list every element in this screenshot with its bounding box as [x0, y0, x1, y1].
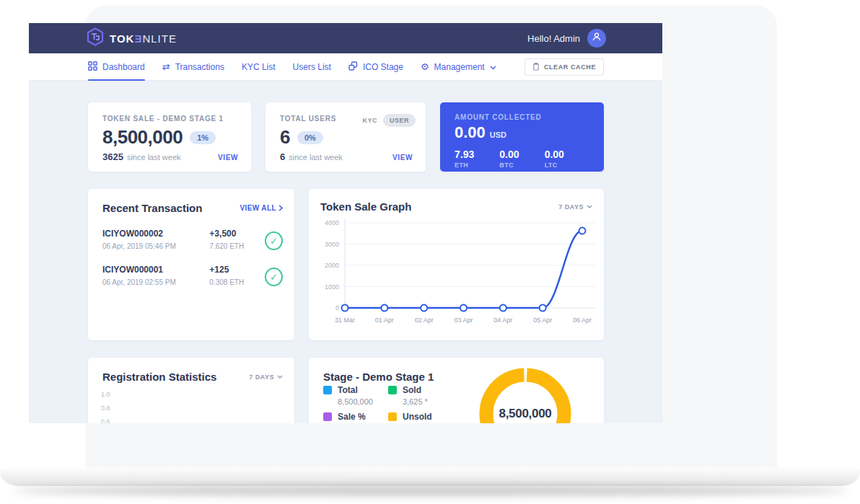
nav-label: Transactions: [175, 62, 224, 72]
trash-icon: [532, 62, 540, 72]
toggle-user[interactable]: USER: [383, 114, 416, 127]
legend-item-unsold: Unsold: [388, 412, 457, 422]
top-navbar: TOKƎNLITE Hello! Admin: [29, 23, 662, 53]
view-link[interactable]: VIEW: [392, 154, 413, 162]
period-dropdown[interactable]: 7 DAYS: [249, 373, 283, 381]
token-sale-graph-card: Token Sale Graph 7 DAYS 0100020003000400…: [309, 189, 604, 340]
period-label: 7 DAYS: [249, 373, 274, 381]
chevron-right-icon: [278, 205, 283, 211]
card-title: TOKEN SALE - DEMO STAGE 1: [102, 115, 237, 123]
kyc-user-toggle: KYC USER: [362, 114, 416, 127]
person-icon: [592, 32, 602, 45]
svg-text:03 Apr: 03 Apr: [454, 317, 473, 324]
y-tick-label: 0.6: [101, 415, 283, 423]
y-tick-label: 0.8: [101, 402, 283, 415]
nav-item-transactions[interactable]: ⇄ Transactions: [162, 53, 224, 81]
sub-navigation: Dashboard ⇄ Transactions KYC List Users …: [29, 53, 662, 81]
svg-text:31 Mar: 31 Mar: [335, 317, 355, 324]
user-menu[interactable]: Hello! Admin: [527, 29, 606, 48]
legend-swatch: [388, 386, 397, 394]
view-all-label: VIEW ALL: [240, 204, 276, 212]
legend-value: 8,500,000: [338, 397, 392, 406]
legend-value: 3,625 *: [403, 397, 457, 406]
line-chart: 0100020003000400031 Mar01 Apr02 Apr03 Ap…: [320, 217, 592, 330]
currency-value: 0.00: [545, 149, 589, 160]
transfer-icon: ⇄: [162, 62, 170, 71]
transaction-id: ICIYOW000002: [102, 229, 209, 239]
currency-value: 0.00: [499, 149, 544, 160]
total-users-value: 6: [280, 126, 290, 149]
currency-label: ETH: [455, 162, 499, 169]
chevron-down-icon: [587, 205, 592, 208]
total-users-card: TOTAL USERS KYC USER 6 0% 6 since last w…: [266, 102, 426, 172]
card-title: Stage - Demo Stage 1: [323, 371, 434, 383]
brand-logo[interactable]: TOKƎNLITE: [87, 27, 177, 49]
transaction-amount: +125: [209, 265, 265, 275]
card-title: AMOUNT COLLECTED: [455, 113, 589, 121]
chevron-down-icon: [490, 62, 496, 72]
laptop-mockup: TOKƎNLITE Hello! Admin: [0, 0, 860, 504]
nav-item-users-list[interactable]: Users List: [293, 53, 331, 81]
svg-text:0: 0: [335, 304, 339, 311]
svg-text:04 Apr: 04 Apr: [493, 317, 512, 324]
chevron-down-icon: [277, 375, 283, 379]
svg-text:1000: 1000: [325, 283, 339, 291]
success-check-icon: ✓: [265, 231, 283, 250]
transaction-eth: 7.620 ETH: [209, 242, 265, 250]
donut-chart: 8,500,000 TLE: [476, 365, 574, 423]
card-title: Recent Transaction: [102, 202, 202, 214]
svg-text:2000: 2000: [325, 262, 339, 269]
donut-center-value: 8,500,000: [476, 407, 574, 421]
legend-item-sold: Sold 3,625 *: [388, 385, 457, 406]
dashboard-viewport: TOKƎNLITE Hello! Admin: [29, 23, 662, 423]
svg-text:05 Apr: 05 Apr: [533, 317, 552, 324]
laptop-base: [0, 467, 860, 486]
nav-label: Dashboard: [102, 62, 145, 72]
toggle-kyc[interactable]: KYC: [362, 117, 377, 124]
legend-swatch: [323, 412, 332, 421]
currency-value: 7.93: [455, 149, 499, 160]
transaction-row: ICIYOW000002 06 Apr, 2019 05:46 PM +3,50…: [102, 229, 283, 250]
registration-chart-yaxis: 1.00.80.6: [101, 388, 283, 423]
clear-cache-button[interactable]: CLEAR CACHE: [525, 58, 604, 76]
nav-item-management[interactable]: ⚙ Management: [421, 53, 496, 81]
currency-eth: 7.93 ETH: [455, 149, 499, 169]
transaction-amount: +3,500: [209, 229, 265, 239]
user-avatar[interactable]: [587, 29, 606, 48]
nav-item-kyc-list[interactable]: KYC List: [242, 53, 276, 81]
currency-label: LTC: [545, 162, 589, 169]
card-title: Registration Statistics: [102, 371, 216, 383]
legend-item-sale-pct: Sale %: [323, 412, 392, 422]
period-label: 7 DAYS: [558, 203, 584, 211]
cubes-icon: [348, 61, 358, 73]
transaction-date: 06 Apr, 2019 05:46 PM: [102, 242, 209, 250]
y-tick-label: 1.0: [101, 388, 283, 402]
card-title: Token Sale Graph: [320, 200, 411, 213]
amount-usd-value: 0.00: [455, 123, 486, 142]
transaction-id: ICIYOW000001: [102, 265, 209, 275]
delta-label: since last week: [127, 153, 181, 162]
greeting-text: Hello! Admin: [527, 33, 580, 44]
view-link[interactable]: VIEW: [218, 154, 238, 162]
laptop-shadow: [13, 486, 847, 495]
nav-label: KYC List: [242, 62, 276, 72]
legend-swatch: [323, 386, 332, 394]
token-sale-card: TOKEN SALE - DEMO STAGE 1 8,500,000 1% 3…: [88, 102, 251, 172]
nav-item-ico-stage[interactable]: ICO Stage: [348, 53, 403, 81]
percent-badge: 1%: [190, 131, 216, 144]
svg-text:3000: 3000: [325, 241, 339, 248]
registration-statistics-card: Registration Statistics 7 DAYS 1.00.80.6: [88, 358, 294, 423]
delta-label: since last week: [289, 153, 343, 162]
svg-text:01 Apr: 01 Apr: [375, 317, 394, 324]
view-all-link[interactable]: VIEW ALL: [240, 204, 283, 212]
amount-collected-card: AMOUNT COLLECTED 0.00 USD 7.93 ETH 0.00 …: [440, 102, 604, 172]
percent-badge: 0%: [297, 131, 323, 144]
nav-item-dashboard[interactable]: Dashboard: [88, 53, 145, 81]
currency-label: BTC: [499, 162, 544, 169]
tokenlite-hex-logo-icon: [87, 27, 104, 49]
transaction-date: 06 Apr, 2019 02:55 PM: [102, 278, 209, 286]
svg-text:4000: 4000: [325, 219, 339, 226]
nav-label: Management: [434, 62, 485, 72]
period-dropdown[interactable]: 7 DAYS: [558, 203, 592, 211]
success-check-icon: ✓: [265, 268, 283, 286]
